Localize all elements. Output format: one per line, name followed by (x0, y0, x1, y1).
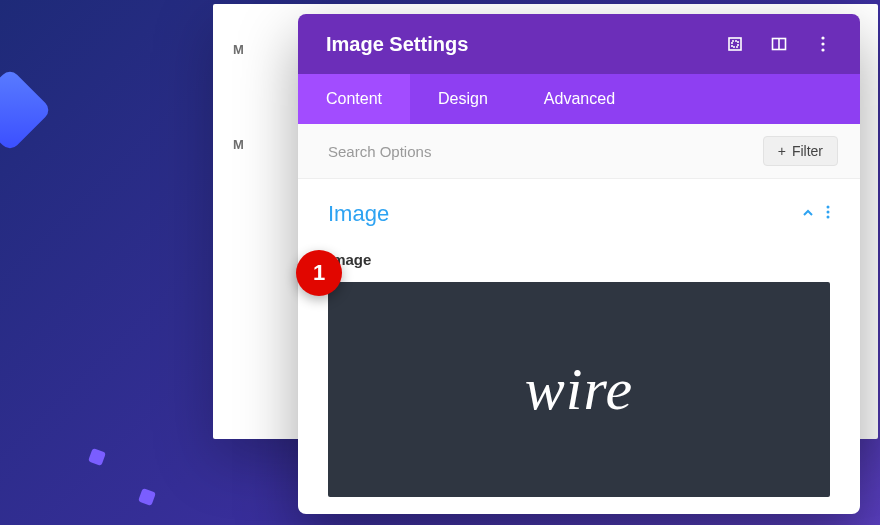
image-settings-modal: Image Settings Content Design Advanced +… (298, 14, 860, 514)
image-section: Image Image wire (298, 179, 860, 507)
search-input[interactable] (328, 143, 763, 160)
plus-icon: + (778, 143, 786, 159)
tab-content[interactable]: Content (298, 74, 410, 124)
svg-point-8 (827, 216, 830, 219)
svg-rect-0 (729, 38, 741, 50)
image-field-label: Image (328, 251, 830, 268)
preview-logo-text: wire (525, 355, 633, 424)
svg-point-6 (827, 206, 830, 209)
modal-header: Image Settings (298, 14, 860, 74)
page-text-left: M (233, 42, 244, 57)
expand-icon[interactable] (726, 35, 744, 53)
more-icon[interactable] (814, 35, 832, 53)
image-preview[interactable]: wire (328, 282, 830, 497)
svg-point-4 (821, 42, 824, 45)
svg-point-7 (827, 211, 830, 214)
tab-design[interactable]: Design (410, 74, 516, 124)
section-more-icon[interactable] (826, 205, 830, 223)
modal-tabs: Content Design Advanced (298, 74, 860, 124)
annotation-badge: 1 (296, 250, 342, 296)
svg-point-5 (821, 48, 824, 51)
panel-icon[interactable] (770, 35, 788, 53)
modal-title: Image Settings (326, 33, 468, 56)
filter-button[interactable]: + Filter (763, 136, 838, 166)
tab-advanced[interactable]: Advanced (516, 74, 643, 124)
page-text-left: M (233, 137, 244, 152)
section-title[interactable]: Image (328, 201, 389, 227)
search-row: + Filter (298, 124, 860, 179)
filter-label: Filter (792, 143, 823, 159)
chevron-up-icon[interactable] (802, 206, 814, 222)
svg-point-3 (821, 36, 824, 39)
